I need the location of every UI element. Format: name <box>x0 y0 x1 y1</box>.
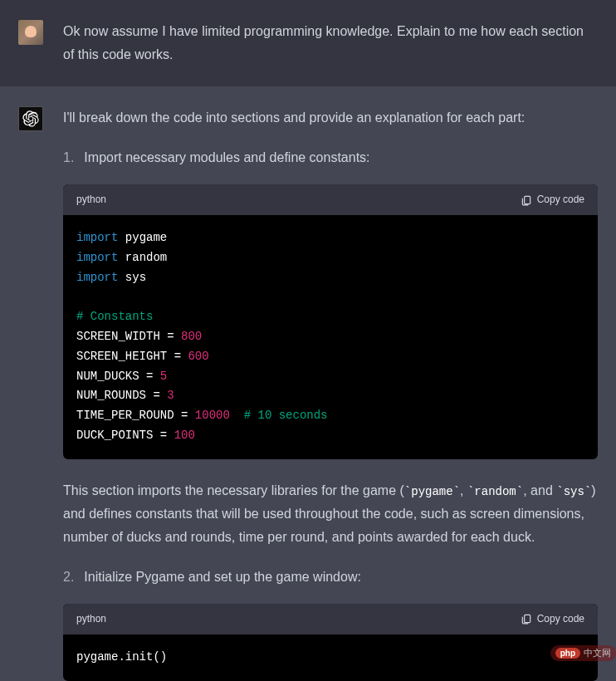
section-2: Initialize Pygame and set up the game wi… <box>63 566 598 681</box>
section-2-title: Initialize Pygame and set up the game wi… <box>63 566 598 589</box>
user-message-row: Ok now assume I have limited programming… <box>0 0 616 86</box>
code-lang-label: python <box>76 191 106 208</box>
watermark-cn-text: 中文网 <box>584 647 611 659</box>
user-avatar <box>18 20 43 45</box>
code-header-1: python Copy code <box>63 184 598 215</box>
svg-rect-0 <box>524 196 530 203</box>
code-header-2: python Copy code <box>63 604 598 634</box>
code-content-2[interactable]: pygame.init() <box>63 634 598 681</box>
section-1-explanation: This section imports the necessary libra… <box>63 479 598 549</box>
php-badge-text: php <box>555 648 580 659</box>
section-1: Import necessary modules and define cons… <box>63 146 598 549</box>
clipboard-icon <box>521 613 532 625</box>
code-block-2: python Copy code pygame.init() <box>63 604 598 681</box>
assistant-avatar <box>18 106 43 131</box>
copy-label: Copy code <box>537 610 584 628</box>
watermark-badge: php 中文网 <box>550 645 616 661</box>
section-1-title: Import necessary modules and define cons… <box>63 146 598 169</box>
code-block-1: python Copy code import pygame import ra… <box>63 184 598 459</box>
assistant-message-content: I'll break down the code into sections a… <box>63 106 598 681</box>
clipboard-icon <box>521 194 532 206</box>
assistant-message-row: I'll break down the code into sections a… <box>0 86 616 681</box>
copy-label: Copy code <box>537 191 584 208</box>
user-message-text: Ok now assume I have limited programming… <box>63 20 598 66</box>
openai-logo-icon <box>22 110 39 127</box>
assistant-intro-text: I'll break down the code into sections a… <box>63 106 598 130</box>
code-lang-label: python <box>76 610 106 628</box>
code-content-1[interactable]: import pygame import random import sys #… <box>63 215 598 459</box>
copy-code-button[interactable]: Copy code <box>521 610 584 628</box>
copy-code-button[interactable]: Copy code <box>521 191 584 208</box>
sections-list: Import necessary modules and define cons… <box>63 146 598 681</box>
svg-rect-1 <box>524 615 530 623</box>
